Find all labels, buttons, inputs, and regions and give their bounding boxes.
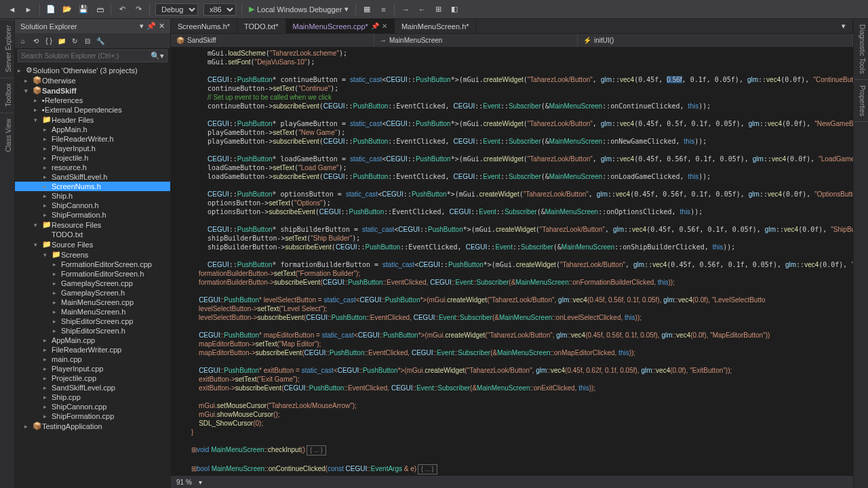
diagnostic-tools-tab[interactable]: Diagnostic Tools bbox=[854, 19, 868, 80]
tb-icon[interactable]: ◧ bbox=[448, 3, 461, 16]
save-all-icon[interactable]: 🗃 bbox=[93, 3, 106, 16]
config-select[interactable]: Debug bbox=[155, 3, 198, 16]
file-node[interactable]: ▸PlayerInput.h bbox=[15, 144, 170, 153]
platform-select[interactable]: x86 bbox=[203, 3, 236, 16]
solution-explorer: Solution Explorer ▾ 📌 ✕ ⌂ ⟲ { } 📁 ↻ ⊟ 🔧 … bbox=[15, 19, 171, 488]
home-icon[interactable]: ⌂ bbox=[18, 35, 28, 46]
solution-toolbar: ⌂ ⟲ { } 📁 ↻ ⊟ 🔧 bbox=[15, 33, 170, 48]
file-node[interactable]: ▸ShipEditorScreen.cpp bbox=[15, 317, 170, 326]
file-node[interactable]: ▸FileReaderWriter.cpp bbox=[15, 345, 170, 354]
pin-icon[interactable]: 📌 bbox=[146, 22, 156, 30]
file-node[interactable]: ▸ShipFormation.cpp bbox=[15, 411, 170, 421]
right-tool-tabs: Diagnostic Tools Properties bbox=[853, 19, 868, 488]
left-tool-tabs: Server Explorer Toolbox Class View bbox=[0, 19, 15, 488]
editor-area: ScreenNums.h* TODO.txt* MainMenuScreen.c… bbox=[171, 19, 853, 488]
headers-folder[interactable]: ▾📁 Header Files bbox=[15, 115, 170, 125]
dropdown-icon[interactable]: ▾ bbox=[140, 22, 144, 30]
file-node[interactable]: ▸ShipFormation.h bbox=[15, 210, 170, 220]
classview-tab[interactable]: Class View bbox=[0, 113, 14, 157]
resource-folder[interactable]: ▾📁 Resource Files bbox=[15, 220, 170, 230]
tab-mainmenu-h[interactable]: MainMenuScreen.h* bbox=[395, 19, 477, 33]
context-method[interactable]: ⚡ initUI() bbox=[578, 34, 853, 47]
file-node[interactable]: ▸Projectile.h bbox=[15, 153, 170, 163]
pin-icon[interactable]: 📌 bbox=[371, 22, 379, 30]
toolbox-tab[interactable]: Toolbox bbox=[0, 77, 14, 112]
start-debugger-button[interactable]: ▶ Local Windows Debugger ▾ bbox=[245, 5, 353, 14]
file-node[interactable]: ▸FileReaderWriter.h bbox=[15, 134, 170, 144]
file-node[interactable]: ▸MainMenuScreen.h bbox=[15, 307, 170, 317]
server-explorer-tab[interactable]: Server Explorer bbox=[0, 19, 14, 77]
nav-back-icon[interactable]: ◄ bbox=[5, 3, 19, 16]
file-node[interactable]: ▸PlayerInput.cpp bbox=[15, 364, 170, 373]
file-node[interactable]: ▸GameplayScreen.cpp bbox=[15, 279, 170, 288]
file-node[interactable]: ▸main.cpp bbox=[15, 354, 170, 364]
main-toolbar: ◄ ► 📄 📂 💾 🗃 ↶ ↷ Debug x86 ▶ Local Window… bbox=[0, 0, 868, 19]
file-node[interactable]: TODO.txt bbox=[15, 230, 170, 239]
context-project[interactable]: 📦 SandSkiff bbox=[171, 34, 374, 47]
tb-icon[interactable]: → bbox=[399, 3, 412, 16]
document-tabs: ScreenNums.h* TODO.txt* MainMenuScreen.c… bbox=[171, 19, 853, 34]
tb-icon[interactable]: ⊞ bbox=[431, 3, 445, 16]
folder-icon[interactable]: 📁 bbox=[56, 35, 67, 46]
solution-search[interactable]: 🔍▾ bbox=[18, 49, 167, 62]
close-icon[interactable]: ✕ bbox=[382, 22, 387, 30]
external-deps-node[interactable]: ▸▪ External Dependencies bbox=[15, 105, 170, 115]
close-icon[interactable]: ✕ bbox=[159, 22, 165, 30]
context-class[interactable]: → MainMenuScreen bbox=[374, 34, 578, 47]
solution-search-input[interactable] bbox=[21, 52, 151, 60]
redo-icon[interactable]: ↷ bbox=[132, 3, 145, 16]
file-node[interactable]: ▸SandSkiffLevel.cpp bbox=[15, 383, 170, 392]
code-context-bar: 📦 SandSkiff → MainMenuScreen ⚡ initUI() bbox=[171, 34, 853, 47]
file-node[interactable]: ▸Projectile.cpp bbox=[15, 373, 170, 383]
tb-icon[interactable]: ▦ bbox=[360, 3, 374, 16]
open-icon[interactable]: 📂 bbox=[60, 3, 74, 16]
file-node[interactable]: ▸GameplayScreen.h bbox=[15, 288, 170, 298]
zoom-level[interactable]: 91 % bbox=[176, 479, 192, 486]
nav-fwd-icon[interactable]: ► bbox=[22, 3, 35, 16]
code-editor[interactable]: mGui.loadScheme("TaharezLook.scheme"); m… bbox=[171, 47, 853, 476]
solution-explorer-header: Solution Explorer ▾ 📌 ✕ bbox=[15, 19, 170, 33]
properties-icon[interactable]: 🔧 bbox=[95, 35, 106, 46]
file-node[interactable]: ▸AppMain.h bbox=[15, 125, 170, 134]
refresh-icon[interactable]: ↻ bbox=[69, 35, 80, 46]
zoom-dropdown-icon[interactable]: ▾ bbox=[199, 479, 202, 486]
solution-tree: ▸⚙ Solution 'Otherwise' (3 projects) ▸📦 … bbox=[15, 64, 170, 488]
file-node[interactable]: ▸FormationEditorScreen.cpp bbox=[15, 260, 170, 269]
project-node[interactable]: ▸📦 Otherwise bbox=[15, 75, 170, 85]
play-icon: ▶ bbox=[249, 5, 254, 14]
tab-screennums[interactable]: ScreenNums.h* bbox=[171, 19, 237, 33]
project-node[interactable]: ▾📦 SandSkiff bbox=[15, 85, 170, 96]
references-node[interactable]: ▸▪ References bbox=[15, 96, 170, 105]
project-node[interactable]: ▸📦 TestingApplication bbox=[15, 421, 170, 431]
screens-folder[interactable]: ▾📁 Screens bbox=[15, 249, 170, 260]
file-node[interactable]: ▸AppMain.cpp bbox=[15, 336, 170, 345]
tb-icon[interactable]: ← bbox=[415, 3, 429, 16]
tab-todo[interactable]: TODO.txt* bbox=[237, 19, 286, 33]
file-node[interactable]: ▸Ship.cpp bbox=[15, 392, 170, 402]
tb-icon[interactable]: ≡ bbox=[376, 3, 390, 16]
file-node[interactable]: ▸ShipCannon.h bbox=[15, 201, 170, 210]
source-folder[interactable]: ▾📁 Source Files bbox=[15, 239, 170, 249]
undo-icon[interactable]: ↶ bbox=[115, 3, 129, 16]
file-node[interactable]: ▸Ship.h bbox=[15, 191, 170, 201]
save-icon[interactable]: 💾 bbox=[77, 3, 90, 16]
sync-icon[interactable]: ⟲ bbox=[31, 35, 41, 46]
file-node[interactable]: ▸SandSkiffLevel.h bbox=[15, 172, 170, 182]
collapse-icon[interactable]: ⊟ bbox=[82, 35, 93, 46]
file-node[interactable]: ▸ShipEditorScreen.h bbox=[15, 326, 170, 336]
tab-mainmenu-cpp[interactable]: MainMenuScreen.cpp*📌✕ bbox=[286, 19, 395, 33]
file-node[interactable]: ▸ScreenNums.h bbox=[15, 182, 170, 191]
solution-node[interactable]: ▸⚙ Solution 'Otherwise' (3 projects) bbox=[15, 65, 170, 75]
properties-tab[interactable]: Properties bbox=[854, 80, 868, 123]
file-node[interactable]: ▸ShipCannon.cpp bbox=[15, 402, 170, 411]
file-node[interactable]: ▸resource.h bbox=[15, 163, 170, 172]
status-bar: 91 % ▾ bbox=[171, 476, 853, 488]
brackets-icon[interactable]: { } bbox=[43, 35, 54, 46]
file-node[interactable]: ▸FormationEditorScreen.h bbox=[15, 269, 170, 279]
new-icon[interactable]: 📄 bbox=[44, 3, 58, 16]
search-icon[interactable]: 🔍▾ bbox=[151, 52, 164, 60]
file-node[interactable]: ▸MainMenuScreen.cpp bbox=[15, 298, 170, 307]
tab-overflow[interactable]: ▾ bbox=[835, 19, 853, 33]
